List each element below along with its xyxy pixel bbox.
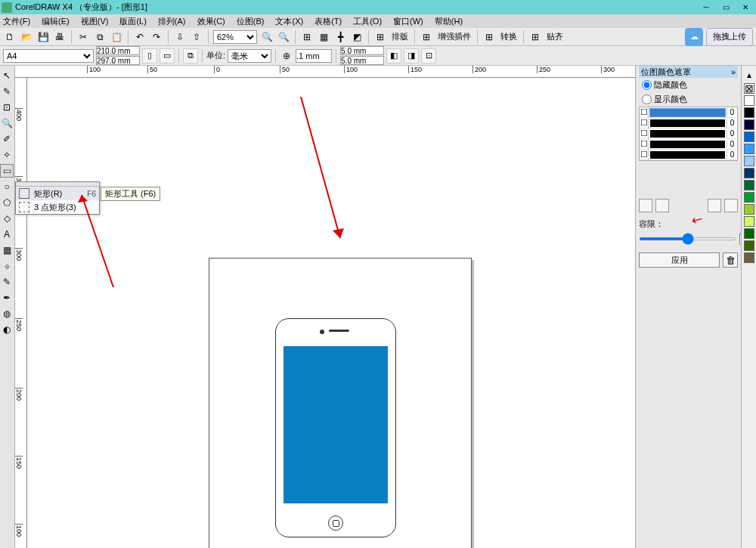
redo-icon[interactable]: ↷ xyxy=(150,30,163,44)
align-icon[interactable]: ⊞ xyxy=(528,30,542,44)
swatch[interactable] xyxy=(744,95,754,106)
docker-collapse-icon[interactable]: » xyxy=(731,67,736,76)
menu-effects[interactable]: 效果(C) xyxy=(197,16,225,27)
flyout-rectangle[interactable]: 矩形(R) F6 xyxy=(16,187,99,200)
menu-table[interactable]: 表格(T) xyxy=(314,16,342,27)
swatch[interactable] xyxy=(744,144,754,154)
radio-show[interactable]: 显示颜色 xyxy=(639,92,738,107)
portrait-icon[interactable]: ▯ xyxy=(142,48,157,63)
maximize-button[interactable]: ▭ xyxy=(717,2,735,14)
text-tool-icon[interactable]: A xyxy=(0,228,14,241)
convert-icon[interactable]: ⊞ xyxy=(482,30,496,44)
swatch[interactable] xyxy=(744,156,754,166)
cloud-icon[interactable]: ☁ xyxy=(685,28,703,46)
swatch[interactable] xyxy=(744,192,754,203)
grid-icon[interactable]: ▦ xyxy=(317,30,330,44)
layout-label[interactable]: 排版 xyxy=(390,31,410,42)
shape-tool-icon[interactable]: ✎ xyxy=(0,85,14,98)
swatch[interactable]: ⊠ xyxy=(744,83,754,94)
dup-y-input[interactable] xyxy=(340,56,384,65)
landscape-icon[interactable]: ▭ xyxy=(160,48,175,63)
import-icon[interactable]: ⇩ xyxy=(173,30,187,44)
apply-button[interactable]: 应用 xyxy=(639,252,720,268)
color-row[interactable]: ☐0 xyxy=(640,118,737,128)
menu-bitmap[interactable]: 位图(B) xyxy=(237,16,265,27)
unit-select[interactable]: 毫米 xyxy=(228,49,271,63)
swatch[interactable] xyxy=(744,180,754,190)
nudge-input[interactable] xyxy=(296,49,332,63)
swatch[interactable] xyxy=(744,119,754,130)
swatch[interactable] xyxy=(744,252,754,263)
opt3-icon[interactable]: ⊡ xyxy=(421,48,436,63)
page-height-input[interactable] xyxy=(96,56,140,65)
minimize-button[interactable]: ─ xyxy=(697,2,715,14)
page-width-input[interactable] xyxy=(96,46,140,55)
swatch[interactable] xyxy=(744,132,754,142)
flyout-3pt-rectangle[interactable]: 3 点矩形(3) xyxy=(16,200,99,214)
delete-button[interactable]: 🗑 xyxy=(723,252,738,268)
copy-icon[interactable]: ⧉ xyxy=(93,30,107,44)
menu-tools[interactable]: 工具(O) xyxy=(353,16,382,27)
obj-icon[interactable]: ◩ xyxy=(350,30,364,44)
upload-button[interactable]: 拖拽上传 xyxy=(706,28,753,46)
outline-tool-icon[interactable]: ✒ xyxy=(0,291,14,305)
menu-window[interactable]: 窗口(W) xyxy=(393,16,423,27)
radio-hide[interactable]: 隐藏颜色 xyxy=(639,78,738,92)
align-label[interactable]: 贴齐 xyxy=(545,31,565,42)
interactive-fill-icon[interactable]: ◐ xyxy=(0,323,14,336)
open-icon[interactable]: 📂 xyxy=(20,30,33,44)
zoomout-icon[interactable]: 🔍 xyxy=(277,30,290,44)
opt1-icon[interactable]: ◧ xyxy=(386,48,401,63)
paste-icon[interactable]: 📋 xyxy=(110,30,123,44)
menu-arrange[interactable]: 排列(A) xyxy=(158,16,186,27)
menu-view[interactable]: 视图(V) xyxy=(81,16,109,27)
open-mask-button[interactable] xyxy=(724,199,738,212)
ellipse-tool-icon[interactable]: ○ xyxy=(0,180,14,194)
close-button[interactable]: ✕ xyxy=(736,2,754,14)
new-icon[interactable]: 🗋 xyxy=(3,30,17,44)
menu-help[interactable]: 帮助(H) xyxy=(435,16,463,27)
swatch[interactable] xyxy=(744,204,754,215)
opt2-icon[interactable]: ◨ xyxy=(404,48,419,63)
editcolor-button[interactable] xyxy=(655,199,669,212)
color-row[interactable]: ☐0 xyxy=(640,139,737,150)
menu-edit[interactable]: 编辑(E) xyxy=(42,16,70,27)
crop-tool-icon[interactable]: ⊡ xyxy=(0,101,14,114)
smart-tool-icon[interactable]: ✧ xyxy=(0,148,14,162)
dup-x-input[interactable] xyxy=(340,46,384,55)
paper-select[interactable]: A4 xyxy=(3,49,94,63)
tolerance-slider[interactable] xyxy=(639,237,736,240)
undo-icon[interactable]: ↶ xyxy=(133,30,147,44)
plugin-label[interactable]: 增强插件 xyxy=(436,31,472,42)
fill-tool-icon[interactable]: ◍ xyxy=(0,307,14,320)
swatch[interactable] xyxy=(744,240,754,251)
palette-up-icon[interactable]: ▴ xyxy=(742,68,756,82)
freehand-tool-icon[interactable]: ✐ xyxy=(0,132,14,146)
layout-icon[interactable]: ⊞ xyxy=(373,30,387,44)
save-mask-button[interactable] xyxy=(708,199,721,212)
swatch[interactable] xyxy=(744,107,754,118)
guide-icon[interactable]: ╋ xyxy=(333,30,347,44)
zoom-select[interactable]: 62% xyxy=(213,30,257,44)
polygon-tool-icon[interactable]: ⬠ xyxy=(0,196,14,209)
canvas[interactable] xyxy=(27,78,635,548)
swatch[interactable] xyxy=(744,228,754,239)
rectangle-tool-icon[interactable]: ▭ xyxy=(0,164,14,178)
basic-shapes-icon[interactable]: ◇ xyxy=(0,212,14,225)
print-icon[interactable]: 🖶 xyxy=(53,30,67,44)
snap-icon[interactable]: ⊞ xyxy=(300,30,314,44)
eyedropper-tool-icon[interactable]: ✎ xyxy=(0,275,14,289)
color-row[interactable]: ☐0 xyxy=(640,107,737,118)
zoom-tool-icon[interactable]: 🔍 xyxy=(0,116,14,130)
eyedropper-button[interactable] xyxy=(639,199,652,212)
menu-file[interactable]: 文件(F) xyxy=(3,16,30,27)
plugin-icon[interactable]: ⊞ xyxy=(420,30,433,44)
menu-text[interactable]: 文本(X) xyxy=(275,16,303,27)
blend-tool-icon[interactable]: ⟐ xyxy=(0,259,14,273)
swatch[interactable] xyxy=(744,168,754,178)
zoomin-icon[interactable]: 🔍 xyxy=(260,30,274,44)
pick-tool-icon[interactable]: ↖ xyxy=(0,69,14,82)
color-row[interactable]: ☐0 xyxy=(640,150,737,160)
table-tool-icon[interactable]: ▦ xyxy=(0,243,14,257)
pages-icon[interactable]: ⧉ xyxy=(183,48,198,63)
